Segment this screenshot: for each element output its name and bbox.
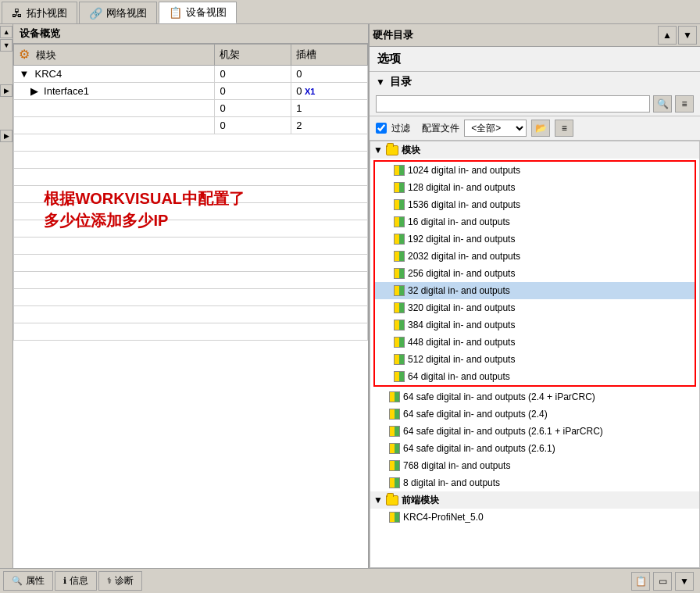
folder-icon-frontend xyxy=(386,495,398,505)
frontend-folder[interactable]: ▼ 前端模块 xyxy=(370,491,699,509)
annotation-box: 根据WORKVISUAL中配置了 多少位添加多少IP xyxy=(41,184,248,234)
right-panel-btn2[interactable]: ▼ xyxy=(678,26,697,45)
module-icon-9 xyxy=(394,302,405,313)
filter-checkbox[interactable] xyxy=(376,123,387,134)
list-item[interactable]: 768 digital in- and outputs xyxy=(370,457,699,474)
module-label-8: 32 digital in- and outputs xyxy=(408,285,510,296)
module-label-krc4profi: KRC4-ProfiNet_5.0 xyxy=(403,512,484,523)
module-icon-1 xyxy=(394,165,405,176)
module-icon-4 xyxy=(394,216,405,227)
tab-diagnostics-label: 诊断 xyxy=(115,574,134,588)
tab-device[interactable]: 📋 设备视图 xyxy=(159,2,237,23)
list-item[interactable]: 256 digital in- and outputs xyxy=(375,265,695,282)
tree-list: ▼ 模块 1024 digital in- and outputs 128 di… xyxy=(370,141,700,568)
row-slot-krc4: 0 xyxy=(291,66,368,83)
list-item[interactable]: 320 digital in- and outputs xyxy=(375,299,695,316)
row-rack-empty2: 0 xyxy=(215,117,291,134)
list-item[interactable]: 16 digital in- and outputs xyxy=(375,213,695,230)
list-item[interactable]: 1024 digital in- and outputs xyxy=(375,162,695,179)
module-icon-7 xyxy=(394,268,405,279)
krc4-toggle[interactable]: ▼ xyxy=(19,68,29,80)
module-label-9: 320 digital in- and outputs xyxy=(408,302,515,313)
diagnostics-icon: ⚕ xyxy=(107,576,112,586)
bottom-icon-3[interactable]: ▼ xyxy=(675,572,694,591)
tab-diagnostics[interactable]: ⚕ 诊断 xyxy=(98,571,142,591)
list-item[interactable]: 512 digital in- and outputs xyxy=(375,351,695,368)
table-row[interactable]: 0 2 xyxy=(14,117,368,134)
tab-properties[interactable]: 🔍 属性 xyxy=(3,571,53,591)
config-select[interactable]: <全部> xyxy=(464,120,527,137)
interface1-toggle[interactable]: ▶ xyxy=(30,85,38,97)
bottom-tabs: 🔍 属性 ℹ 信息 ⚕ 诊断 xyxy=(0,570,145,592)
list-item[interactable]: 192 digital in- and outputs xyxy=(375,230,695,248)
bottom-right-icons: 📋 ▭ ▼ xyxy=(631,572,700,591)
highlighted-modules-group: 1024 digital in- and outputs 128 digital… xyxy=(373,160,696,387)
modules-folder[interactable]: ▼ 模块 xyxy=(370,141,699,159)
list-item[interactable]: 2032 digital in- and outputs xyxy=(375,248,695,265)
folder-icon-modules xyxy=(386,145,398,155)
arrow-collapse[interactable]: ▶ xyxy=(0,130,12,142)
arrow-up[interactable]: ▲ xyxy=(0,26,12,38)
list-item[interactable]: KRC4-ProfiNet_5.0 xyxy=(370,509,699,526)
list-item[interactable]: 64 safe digital in- and outputs (2.6.1 +… xyxy=(370,423,699,440)
module-icon-8 xyxy=(394,285,405,296)
list-item[interactable]: 64 safe digital in- and outputs (2.4 + i… xyxy=(370,388,699,405)
col-slot: 插槽 xyxy=(291,45,368,66)
search-button[interactable]: 🔍 xyxy=(653,95,672,113)
search-bar: 🔍 ≡ xyxy=(370,92,700,116)
device-overview-header: 设备概览 xyxy=(13,24,368,44)
table-row xyxy=(14,238,368,255)
module-label-safe2: 64 safe digital in- and outputs (2.4) xyxy=(403,409,548,420)
row-rack-krc4: 0 xyxy=(215,66,291,83)
table-row[interactable]: ▶ Interface1 0 0 X1 xyxy=(14,83,368,100)
list-item[interactable]: 64 safe digital in- and outputs (2.6.1) xyxy=(370,440,699,457)
module-icon-safe2 xyxy=(389,409,400,420)
right-panel-btn1[interactable]: ▲ xyxy=(658,26,677,45)
modules-toggle[interactable]: ▼ xyxy=(373,145,383,155)
row-rack-interface1: 0 xyxy=(215,83,291,100)
list-item[interactable]: 1536 digital in- and outputs xyxy=(375,196,695,213)
row-module-interface1: ▶ Interface1 xyxy=(14,83,215,100)
module-icon-5 xyxy=(394,234,405,245)
table-row[interactable]: ▼ KRC4 0 0 xyxy=(14,66,368,83)
module-icon-krc4profi xyxy=(389,512,400,523)
list-item[interactable]: 8 digital in- and outputs xyxy=(370,474,699,491)
tab-topology[interactable]: 🖧 拓扑视图 xyxy=(2,2,77,23)
list-item[interactable]: 384 digital in- and outputs xyxy=(375,316,695,334)
table-row[interactable]: 0 1 xyxy=(14,100,368,117)
list-item[interactable]: 32 digital in- and outputs xyxy=(375,282,695,299)
list-item[interactable]: 128 digital in- and outputs xyxy=(375,179,695,196)
arrow-expand[interactable]: ▶ xyxy=(0,84,12,97)
device-overview-label: 设备概览 xyxy=(20,27,60,39)
bottom-icon-2[interactable]: ▭ xyxy=(653,572,672,591)
arrow-down-1[interactable]: ▼ xyxy=(0,39,12,52)
module-label-2: 128 digital in- and outputs xyxy=(408,182,515,193)
search-extra-btn[interactable]: ≡ xyxy=(675,95,694,113)
device-table: 根据WORKVISUAL中配置了 多少位添加多少IP ⚙ 模块 xyxy=(13,44,368,568)
module-label-safe3: 64 safe digital in- and outputs (2.6.1 +… xyxy=(403,426,603,437)
config-extra-btn[interactable]: ≡ xyxy=(555,120,573,137)
tab-network[interactable]: 🔗 网络视图 xyxy=(79,2,157,23)
search-input[interactable] xyxy=(376,95,650,113)
options-label: 选项 xyxy=(377,52,401,65)
list-item[interactable]: 64 digital in- and outputs xyxy=(375,368,695,385)
bottom-icon-1[interactable]: 📋 xyxy=(631,572,650,591)
module-label-4: 16 digital in- and outputs xyxy=(408,216,510,227)
frontend-toggle[interactable]: ▼ xyxy=(373,495,383,505)
list-item[interactable]: 64 safe digital in- and outputs (2.4) xyxy=(370,405,699,423)
row-rack-empty1: 0 xyxy=(215,100,291,117)
tab-info[interactable]: ℹ 信息 xyxy=(55,571,97,591)
right-panel: 硬件目录 ▲ ▼ 选项 ▼ 目录 🔍 ≡ 过 xyxy=(370,24,700,568)
module-label-3: 1536 digital in- and outputs xyxy=(408,199,520,210)
right-panel-top: 硬件目录 ▲ ▼ xyxy=(370,24,700,47)
list-item[interactable]: 448 digital in- and outputs xyxy=(375,334,695,351)
module-label-768: 768 digital in- and outputs xyxy=(403,460,510,471)
hardware-catalog-title: 硬件目录 xyxy=(373,28,413,42)
left-sidebar-arrows: ▲ ▼ ▶ ▶ xyxy=(0,24,13,568)
filter-bar: 过滤 配置文件 <全部> 📂 ≡ xyxy=(370,116,700,141)
table-row xyxy=(14,255,368,272)
module-icon-8item xyxy=(389,477,400,488)
config-browse-btn[interactable]: 📂 xyxy=(531,120,550,137)
table-row xyxy=(14,323,368,341)
annotation-line2: 多少位添加多少IP xyxy=(44,209,245,231)
